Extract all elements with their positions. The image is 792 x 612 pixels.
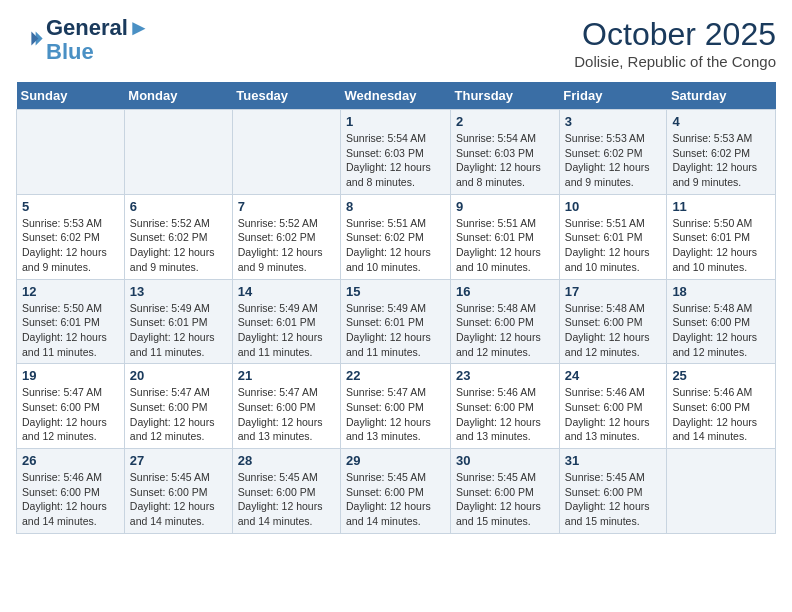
cell-info: Sunrise: 5:50 AMSunset: 6:01 PMDaylight:… xyxy=(672,216,770,275)
header-sunday: Sunday xyxy=(17,82,125,110)
cell-info: Sunrise: 5:51 AMSunset: 6:01 PMDaylight:… xyxy=(456,216,554,275)
day-number: 26 xyxy=(22,453,119,468)
header-thursday: Thursday xyxy=(451,82,560,110)
day-number: 8 xyxy=(346,199,445,214)
day-number: 23 xyxy=(456,368,554,383)
day-number: 7 xyxy=(238,199,335,214)
cell-info: Sunrise: 5:52 AMSunset: 6:02 PMDaylight:… xyxy=(130,216,227,275)
day-number: 4 xyxy=(672,114,770,129)
cell-info: Sunrise: 5:54 AMSunset: 6:03 PMDaylight:… xyxy=(346,131,445,190)
calendar-cell: 6Sunrise: 5:52 AMSunset: 6:02 PMDaylight… xyxy=(124,194,232,279)
day-number: 2 xyxy=(456,114,554,129)
calendar-cell: 3Sunrise: 5:53 AMSunset: 6:02 PMDaylight… xyxy=(559,110,667,195)
calendar-week-2: 5Sunrise: 5:53 AMSunset: 6:02 PMDaylight… xyxy=(17,194,776,279)
calendar-cell xyxy=(667,449,776,534)
day-number: 12 xyxy=(22,284,119,299)
calendar-week-3: 12Sunrise: 5:50 AMSunset: 6:01 PMDayligh… xyxy=(17,279,776,364)
cell-info: Sunrise: 5:51 AMSunset: 6:01 PMDaylight:… xyxy=(565,216,662,275)
cell-info: Sunrise: 5:46 AMSunset: 6:00 PMDaylight:… xyxy=(456,385,554,444)
calendar-week-4: 19Sunrise: 5:47 AMSunset: 6:00 PMDayligh… xyxy=(17,364,776,449)
cell-info: Sunrise: 5:54 AMSunset: 6:03 PMDaylight:… xyxy=(456,131,554,190)
day-number: 25 xyxy=(672,368,770,383)
day-number: 27 xyxy=(130,453,227,468)
cell-info: Sunrise: 5:51 AMSunset: 6:02 PMDaylight:… xyxy=(346,216,445,275)
cell-info: Sunrise: 5:49 AMSunset: 6:01 PMDaylight:… xyxy=(238,301,335,360)
day-number: 9 xyxy=(456,199,554,214)
logo: General► Blue xyxy=(16,16,150,64)
header-friday: Friday xyxy=(559,82,667,110)
header-monday: Monday xyxy=(124,82,232,110)
calendar-table: SundayMondayTuesdayWednesdayThursdayFrid… xyxy=(16,82,776,534)
cell-info: Sunrise: 5:53 AMSunset: 6:02 PMDaylight:… xyxy=(565,131,662,190)
day-number: 29 xyxy=(346,453,445,468)
cell-info: Sunrise: 5:46 AMSunset: 6:00 PMDaylight:… xyxy=(565,385,662,444)
calendar-cell: 13Sunrise: 5:49 AMSunset: 6:01 PMDayligh… xyxy=(124,279,232,364)
calendar-week-1: 1Sunrise: 5:54 AMSunset: 6:03 PMDaylight… xyxy=(17,110,776,195)
calendar-cell: 31Sunrise: 5:45 AMSunset: 6:00 PMDayligh… xyxy=(559,449,667,534)
day-number: 30 xyxy=(456,453,554,468)
calendar-cell xyxy=(124,110,232,195)
calendar-cell: 9Sunrise: 5:51 AMSunset: 6:01 PMDaylight… xyxy=(451,194,560,279)
calendar-cell: 16Sunrise: 5:48 AMSunset: 6:00 PMDayligh… xyxy=(451,279,560,364)
calendar-cell: 27Sunrise: 5:45 AMSunset: 6:00 PMDayligh… xyxy=(124,449,232,534)
day-number: 13 xyxy=(130,284,227,299)
day-number: 24 xyxy=(565,368,662,383)
calendar-cell: 10Sunrise: 5:51 AMSunset: 6:01 PMDayligh… xyxy=(559,194,667,279)
cell-info: Sunrise: 5:45 AMSunset: 6:00 PMDaylight:… xyxy=(238,470,335,529)
calendar-cell: 17Sunrise: 5:48 AMSunset: 6:00 PMDayligh… xyxy=(559,279,667,364)
cell-info: Sunrise: 5:47 AMSunset: 6:00 PMDaylight:… xyxy=(22,385,119,444)
title-block: October 2025 Dolisie, Republic of the Co… xyxy=(574,16,776,70)
day-number: 17 xyxy=(565,284,662,299)
day-number: 10 xyxy=(565,199,662,214)
cell-info: Sunrise: 5:53 AMSunset: 6:02 PMDaylight:… xyxy=(672,131,770,190)
cell-info: Sunrise: 5:46 AMSunset: 6:00 PMDaylight:… xyxy=(22,470,119,529)
day-number: 18 xyxy=(672,284,770,299)
calendar-cell xyxy=(232,110,340,195)
calendar-cell: 21Sunrise: 5:47 AMSunset: 6:00 PMDayligh… xyxy=(232,364,340,449)
cell-info: Sunrise: 5:45 AMSunset: 6:00 PMDaylight:… xyxy=(130,470,227,529)
logo-text: General► Blue xyxy=(46,16,150,64)
day-number: 11 xyxy=(672,199,770,214)
calendar-cell: 20Sunrise: 5:47 AMSunset: 6:00 PMDayligh… xyxy=(124,364,232,449)
calendar-week-5: 26Sunrise: 5:46 AMSunset: 6:00 PMDayligh… xyxy=(17,449,776,534)
location: Dolisie, Republic of the Congo xyxy=(574,53,776,70)
day-number: 5 xyxy=(22,199,119,214)
calendar-cell: 23Sunrise: 5:46 AMSunset: 6:00 PMDayligh… xyxy=(451,364,560,449)
logo-icon xyxy=(16,26,44,54)
calendar-cell xyxy=(17,110,125,195)
calendar-cell: 7Sunrise: 5:52 AMSunset: 6:02 PMDaylight… xyxy=(232,194,340,279)
day-number: 28 xyxy=(238,453,335,468)
calendar-cell: 25Sunrise: 5:46 AMSunset: 6:00 PMDayligh… xyxy=(667,364,776,449)
cell-info: Sunrise: 5:49 AMSunset: 6:01 PMDaylight:… xyxy=(130,301,227,360)
day-number: 22 xyxy=(346,368,445,383)
calendar-cell: 4Sunrise: 5:53 AMSunset: 6:02 PMDaylight… xyxy=(667,110,776,195)
cell-info: Sunrise: 5:45 AMSunset: 6:00 PMDaylight:… xyxy=(565,470,662,529)
day-number: 19 xyxy=(22,368,119,383)
cell-info: Sunrise: 5:47 AMSunset: 6:00 PMDaylight:… xyxy=(130,385,227,444)
day-number: 20 xyxy=(130,368,227,383)
calendar-header-row: SundayMondayTuesdayWednesdayThursdayFrid… xyxy=(17,82,776,110)
page-header: General► Blue October 2025 Dolisie, Repu… xyxy=(16,16,776,70)
cell-info: Sunrise: 5:45 AMSunset: 6:00 PMDaylight:… xyxy=(456,470,554,529)
day-number: 21 xyxy=(238,368,335,383)
cell-info: Sunrise: 5:53 AMSunset: 6:02 PMDaylight:… xyxy=(22,216,119,275)
header-wednesday: Wednesday xyxy=(341,82,451,110)
cell-info: Sunrise: 5:48 AMSunset: 6:00 PMDaylight:… xyxy=(456,301,554,360)
day-number: 16 xyxy=(456,284,554,299)
calendar-cell: 19Sunrise: 5:47 AMSunset: 6:00 PMDayligh… xyxy=(17,364,125,449)
calendar-cell: 14Sunrise: 5:49 AMSunset: 6:01 PMDayligh… xyxy=(232,279,340,364)
calendar-cell: 28Sunrise: 5:45 AMSunset: 6:00 PMDayligh… xyxy=(232,449,340,534)
cell-info: Sunrise: 5:48 AMSunset: 6:00 PMDaylight:… xyxy=(672,301,770,360)
calendar-cell: 1Sunrise: 5:54 AMSunset: 6:03 PMDaylight… xyxy=(341,110,451,195)
day-number: 1 xyxy=(346,114,445,129)
header-saturday: Saturday xyxy=(667,82,776,110)
calendar-cell: 15Sunrise: 5:49 AMSunset: 6:01 PMDayligh… xyxy=(341,279,451,364)
calendar-cell: 5Sunrise: 5:53 AMSunset: 6:02 PMDaylight… xyxy=(17,194,125,279)
cell-info: Sunrise: 5:47 AMSunset: 6:00 PMDaylight:… xyxy=(346,385,445,444)
cell-info: Sunrise: 5:46 AMSunset: 6:00 PMDaylight:… xyxy=(672,385,770,444)
calendar-cell: 26Sunrise: 5:46 AMSunset: 6:00 PMDayligh… xyxy=(17,449,125,534)
day-number: 6 xyxy=(130,199,227,214)
calendar-cell: 11Sunrise: 5:50 AMSunset: 6:01 PMDayligh… xyxy=(667,194,776,279)
calendar-cell: 12Sunrise: 5:50 AMSunset: 6:01 PMDayligh… xyxy=(17,279,125,364)
cell-info: Sunrise: 5:50 AMSunset: 6:01 PMDaylight:… xyxy=(22,301,119,360)
